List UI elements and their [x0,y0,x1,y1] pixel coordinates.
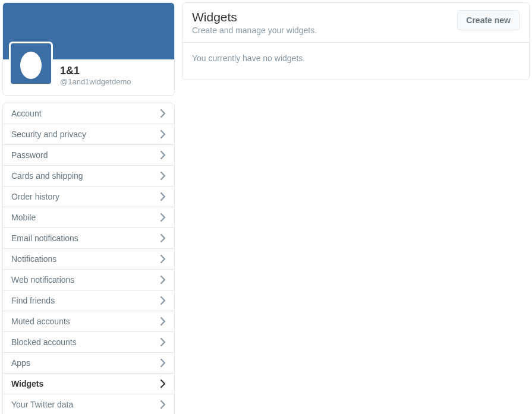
profile-info: 1&1 @1and1widgetdemo [60,60,131,86]
chevron-right-icon [160,192,166,201]
chevron-right-icon [160,172,166,180]
panel-body: You currently have no widgets. [182,43,529,80]
nav-item-password[interactable]: Password [3,145,174,166]
nav-item-label: Web notifications [11,275,74,285]
nav-item-your-twitter-data[interactable]: Your Twitter data [3,394,174,414]
nav-item-widgets[interactable]: Widgets [3,374,174,394]
settings-sidebar: 1&1 @1and1widgetdemo AccountSecurity and… [2,2,175,414]
svg-point-0 [20,52,42,79]
chevron-right-icon [160,130,166,138]
nav-item-web-notifications[interactable]: Web notifications [3,270,174,290]
nav-item-label: Your Twitter data [11,400,73,409]
profile-body: 1&1 @1and1widgetdemo [3,59,174,95]
main-content: Widgets Create and manage your widgets. … [182,2,530,414]
nav-item-label: Account [11,109,42,118]
nav-item-label: Email notifications [11,233,78,243]
chevron-right-icon [160,213,166,222]
chevron-right-icon [160,276,166,284]
nav-item-label: Muted accounts [11,317,70,326]
profile-name: 1&1 [60,65,131,77]
nav-item-cards-and-shipping[interactable]: Cards and shipping [3,166,174,187]
nav-item-find-friends[interactable]: Find friends [3,290,174,311]
chevron-right-icon [160,338,166,346]
nav-item-email-notifications[interactable]: Email notifications [3,228,174,249]
panel-title: Widgets [192,10,317,24]
nav-item-label: Mobile [11,213,36,222]
nav-item-apps[interactable]: Apps [3,353,174,374]
create-new-button[interactable]: Create new [457,10,520,30]
nav-item-notifications[interactable]: Notifications [3,249,174,270]
nav-item-label: Apps [11,358,30,368]
empty-state-message: You currently have no widgets. [192,53,305,63]
panel-header-text: Widgets Create and manage your widgets. [192,10,317,35]
chevron-right-icon [160,296,166,305]
nav-item-order-history[interactable]: Order history [3,187,174,207]
nav-item-label: Blocked accounts [11,337,77,347]
chevron-right-icon [160,151,166,159]
chevron-right-icon [160,234,166,242]
chevron-right-icon [160,400,166,409]
default-avatar [11,43,51,84]
nav-item-muted-accounts[interactable]: Muted accounts [3,311,174,332]
nav-item-security-and-privacy[interactable]: Security and privacy [3,124,174,145]
nav-item-label: Password [11,150,48,160]
nav-item-label: Widgets [11,379,43,388]
panel-subtitle: Create and manage your widgets. [192,26,317,35]
nav-item-label: Cards and shipping [11,171,83,181]
nav-item-label: Notifications [11,254,56,264]
chevron-right-icon [160,255,166,263]
profile-card: 1&1 @1and1widgetdemo [2,2,175,96]
nav-item-label: Order history [11,192,59,201]
chevron-right-icon [160,359,166,367]
chevron-right-icon [160,109,166,118]
nav-item-label: Security and privacy [11,129,86,139]
widgets-panel: Widgets Create and manage your widgets. … [182,2,530,80]
nav-item-blocked-accounts[interactable]: Blocked accounts [3,332,174,353]
egg-icon [18,48,44,80]
nav-item-account[interactable]: Account [3,103,174,124]
nav-item-label: Find friends [11,296,55,305]
panel-header: Widgets Create and manage your widgets. … [182,3,529,43]
nav-item-mobile[interactable]: Mobile [3,207,174,228]
avatar-container [9,42,53,86]
profile-handle: @1and1widgetdemo [60,77,131,86]
settings-nav-list: AccountSecurity and privacyPasswordCards… [2,103,175,414]
chevron-right-icon [160,380,166,388]
chevron-right-icon [160,317,166,325]
